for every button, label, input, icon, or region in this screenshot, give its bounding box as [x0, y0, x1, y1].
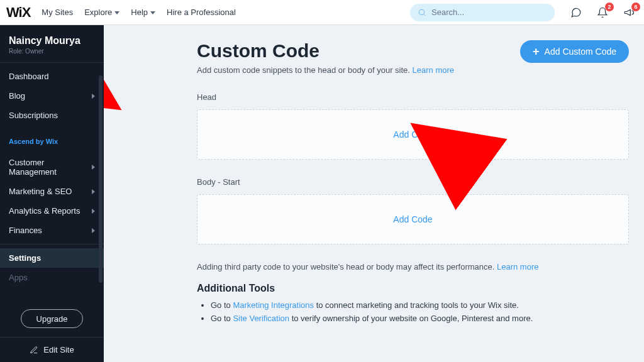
page-header: Custom Code Add custom code snippets to …: [197, 40, 644, 75]
nav-hire[interactable]: Hire a Professional: [167, 8, 236, 17]
sidebar-header: Naincy Mourya Role: Owner: [0, 25, 104, 62]
page-subtitle: Add custom code snippets to the head or …: [197, 65, 454, 75]
edit-site-button[interactable]: Edit Site: [0, 337, 104, 362]
nav-my-sites[interactable]: My Sites: [42, 8, 73, 17]
svg-point-0: [419, 9, 424, 14]
head-code-card[interactable]: Add Code: [197, 109, 629, 160]
notifications-badge: 2: [605, 3, 614, 11]
chevron-right-icon: [92, 189, 95, 194]
search-placeholder: Search...: [431, 8, 464, 17]
add-custom-code-button[interactable]: + Add Custom Code: [520, 40, 629, 63]
announcements-badge: 6: [631, 3, 640, 11]
user-role: Role: Owner: [9, 48, 95, 55]
wix-logo[interactable]: WiX: [6, 4, 30, 21]
chevron-right-icon: [92, 209, 95, 214]
nav-explore[interactable]: Explore: [84, 8, 119, 17]
sidebar-item-marketing-seo[interactable]: Marketing & SEO: [0, 182, 104, 201]
add-code-link-body-start[interactable]: Add Code: [393, 214, 432, 224]
list-item: Go to Marketing Integrations to connect …: [211, 300, 644, 310]
chevron-right-icon: [92, 94, 95, 99]
chevron-down-icon: [150, 11, 155, 14]
chevron-right-icon: [92, 165, 95, 170]
additional-tools-list: Go to Marketing Integrations to connect …: [197, 300, 644, 323]
sidebar-item-customer-management[interactable]: Customer Management: [0, 153, 104, 182]
section-label-head: Head: [197, 92, 629, 102]
site-verification-link[interactable]: Site Verification: [233, 314, 289, 323]
add-code-link-head[interactable]: Add Code: [393, 129, 432, 140]
learn-more-link[interactable]: Learn more: [413, 65, 454, 75]
page-title: Custom Code: [197, 40, 454, 62]
main-content: Custom Code Add custom code snippets to …: [104, 25, 644, 362]
body-start-code-card[interactable]: Add Code: [197, 194, 629, 244]
search-input[interactable]: Search...: [410, 4, 555, 21]
sidebar: Naincy Mourya Role: Owner Dashboard Blog…: [0, 25, 104, 362]
plus-icon: +: [533, 45, 540, 58]
topnav: My Sites Explore Help Hire a Professiona…: [42, 8, 236, 17]
chevron-right-icon: [92, 228, 95, 233]
sidebar-item-dashboard[interactable]: Dashboard: [0, 67, 104, 86]
sidebar-item-apps[interactable]: Apps: [0, 268, 104, 287]
learn-more-link[interactable]: Learn more: [497, 262, 538, 272]
scrollbar[interactable]: [99, 75, 103, 283]
upgrade-button[interactable]: Upgrade: [21, 309, 84, 328]
user-name: Naincy Mourya: [9, 35, 95, 47]
performance-note: Adding third party code to your website'…: [197, 262, 644, 272]
notifications-icon[interactable]: 2: [596, 6, 609, 19]
sidebar-item-subscriptions[interactable]: Subscriptions: [0, 106, 104, 125]
sidebar-item-finances[interactable]: Finances: [0, 221, 104, 240]
section-head: Head Add Code: [197, 92, 644, 160]
announcements-icon[interactable]: 6: [623, 6, 635, 19]
sidebar-item-analytics-reports[interactable]: Analytics & Reports: [0, 201, 104, 221]
topbar: WiX My Sites Explore Help Hire a Profess…: [0, 0, 644, 25]
additional-tools-heading: Additional Tools: [197, 283, 644, 294]
annotation-arrow-icon: [104, 50, 123, 116]
sidebar-item-blog[interactable]: Blog: [0, 86, 104, 106]
search-icon: [418, 8, 426, 17]
section-body-start: Body - Start Add Code: [197, 177, 644, 244]
chevron-down-icon: [114, 11, 119, 14]
sidebar-item-settings[interactable]: Settings: [0, 248, 104, 268]
nav-help[interactable]: Help: [131, 8, 155, 17]
pencil-icon: [30, 346, 38, 354]
topbar-icons: 2 6: [570, 6, 635, 19]
marketing-integrations-link[interactable]: Marketing Integrations: [233, 300, 314, 310]
list-item: Go to Site Verification to verify owners…: [211, 314, 644, 323]
chat-icon[interactable]: [570, 6, 582, 19]
sidebar-section-ascend: Ascend by Wix: [0, 129, 104, 149]
section-label-body-start: Body - Start: [197, 177, 629, 187]
